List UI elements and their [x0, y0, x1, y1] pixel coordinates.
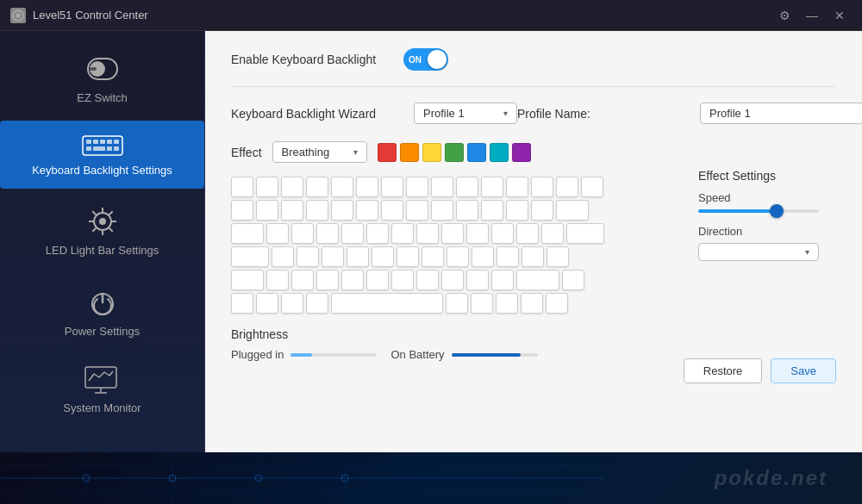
- key-9[interactable]: [456, 200, 478, 221]
- sidebar-item-ez-switch[interactable]: EZ Switch: [0, 40, 204, 117]
- on-battery-slider[interactable]: [452, 353, 538, 357]
- key-g[interactable]: [372, 246, 394, 267]
- key-3[interactable]: [306, 200, 328, 221]
- key-f8[interactable]: [431, 177, 453, 197]
- minimize-button[interactable]: —: [800, 6, 824, 25]
- restore-button[interactable]: Restore: [684, 358, 763, 383]
- key-5[interactable]: [356, 200, 378, 221]
- key-f10[interactable]: [481, 177, 503, 197]
- key-f12[interactable]: [531, 177, 553, 197]
- key-backslash[interactable]: [547, 246, 569, 267]
- plugged-in-slider[interactable]: [290, 353, 377, 357]
- color-swatch-red[interactable]: [378, 143, 397, 162]
- key-tab[interactable]: [231, 223, 264, 244]
- key-f11[interactable]: [506, 177, 528, 197]
- key-ins[interactable]: [581, 177, 603, 197]
- key-l[interactable]: [472, 246, 494, 267]
- key-backtick[interactable]: [231, 200, 253, 221]
- key-semicolon[interactable]: [497, 246, 519, 267]
- key-rbracket[interactable]: [541, 223, 564, 244]
- key-7[interactable]: [406, 200, 428, 221]
- key-enter[interactable]: [566, 223, 604, 244]
- key-b[interactable]: [366, 270, 389, 290]
- key-u[interactable]: [416, 223, 439, 244]
- key-f9[interactable]: [456, 177, 478, 197]
- key-up[interactable]: [562, 270, 584, 290]
- key-t[interactable]: [366, 223, 389, 244]
- color-swatch-cyan[interactable]: [490, 143, 509, 162]
- key-backspace[interactable]: [556, 200, 589, 221]
- speed-slider-track[interactable]: [698, 209, 819, 213]
- key-esc[interactable]: [231, 177, 253, 197]
- key-a[interactable]: [272, 246, 294, 267]
- key-f4[interactable]: [331, 177, 353, 197]
- key-j[interactable]: [422, 246, 444, 267]
- key-fn[interactable]: [256, 293, 278, 314]
- key-slash[interactable]: [491, 270, 514, 290]
- toggle-container[interactable]: ON: [403, 48, 448, 71]
- sidebar-item-keyboard-backlight[interactable]: Keyboard Backlight Settings: [0, 121, 204, 190]
- key-z[interactable]: [266, 270, 289, 290]
- key-lbracket[interactable]: [516, 223, 539, 244]
- key-h[interactable]: [397, 246, 419, 267]
- key-f7[interactable]: [406, 177, 428, 197]
- key-c[interactable]: [316, 270, 339, 290]
- key-down[interactable]: [521, 293, 543, 314]
- keyboard-backlight-toggle[interactable]: ON: [403, 48, 448, 71]
- effect-dropdown[interactable]: Breathing ▾: [272, 141, 367, 163]
- key-equals[interactable]: [531, 200, 553, 221]
- key-6[interactable]: [381, 200, 403, 221]
- key-quote[interactable]: [522, 246, 544, 267]
- key-q[interactable]: [266, 223, 289, 244]
- key-n[interactable]: [391, 270, 414, 290]
- key-f1[interactable]: [256, 177, 278, 197]
- key-1[interactable]: [256, 200, 278, 221]
- key-del[interactable]: [556, 177, 578, 197]
- key-i[interactable]: [441, 223, 464, 244]
- color-swatch-purple[interactable]: [512, 143, 531, 162]
- key-comma[interactable]: [441, 270, 464, 290]
- key-left[interactable]: [496, 293, 518, 314]
- key-ctrl-right[interactable]: [471, 293, 493, 314]
- key-8[interactable]: [431, 200, 453, 221]
- sidebar-item-power[interactable]: Power Settings: [0, 273, 204, 351]
- profile-name-input[interactable]: [700, 103, 862, 124]
- key-y[interactable]: [391, 223, 414, 244]
- key-w[interactable]: [291, 223, 314, 244]
- key-m[interactable]: [416, 270, 439, 290]
- key-alt-right[interactable]: [446, 293, 468, 314]
- key-alt-left[interactable]: [306, 293, 328, 314]
- profile-dropdown[interactable]: Profile 1 ▾: [414, 103, 517, 124]
- key-f[interactable]: [347, 246, 369, 267]
- key-0[interactable]: [481, 200, 503, 221]
- key-space[interactable]: [331, 293, 443, 314]
- key-f3[interactable]: [306, 177, 328, 197]
- sidebar-item-system-monitor[interactable]: System Monitor: [0, 353, 204, 427]
- key-d[interactable]: [322, 246, 344, 267]
- key-x[interactable]: [291, 270, 314, 290]
- color-swatch-blue[interactable]: [467, 143, 486, 162]
- close-button[interactable]: ✕: [828, 6, 852, 25]
- color-swatch-yellow[interactable]: [422, 143, 441, 162]
- key-o[interactable]: [466, 223, 489, 244]
- key-k[interactable]: [447, 246, 469, 267]
- direction-dropdown[interactable]: ▾: [698, 243, 819, 261]
- settings-button[interactable]: ⚙: [772, 6, 796, 25]
- key-s[interactable]: [297, 246, 319, 267]
- key-f5[interactable]: [356, 177, 378, 197]
- key-r[interactable]: [341, 223, 364, 244]
- color-swatch-orange[interactable]: [400, 143, 419, 162]
- key-shift-right[interactable]: [516, 270, 559, 290]
- save-button[interactable]: Save: [771, 358, 836, 383]
- key-period[interactable]: [466, 270, 489, 290]
- key-f6[interactable]: [381, 177, 403, 197]
- key-v[interactable]: [341, 270, 364, 290]
- key-minus[interactable]: [506, 200, 528, 221]
- key-f2[interactable]: [281, 177, 303, 197]
- key-ctrl-left[interactable]: [231, 293, 253, 314]
- key-p[interactable]: [491, 223, 514, 244]
- key-shift-left[interactable]: [231, 270, 264, 290]
- key-win[interactable]: [281, 293, 303, 314]
- key-2[interactable]: [281, 200, 303, 221]
- key-e[interactable]: [316, 223, 339, 244]
